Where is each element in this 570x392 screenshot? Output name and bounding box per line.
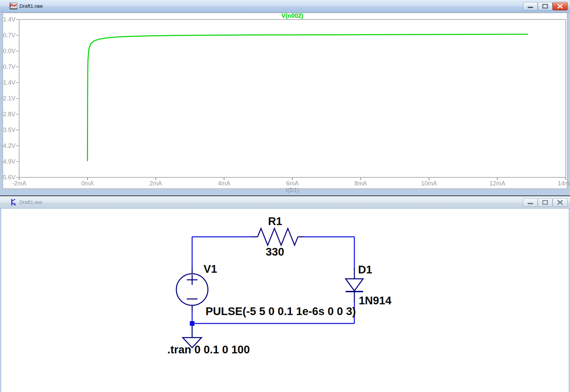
waveform-window: Draft1.raw V(n002) 1.4V0.7V0.0V-0.7V-1.4…: [0, 0, 570, 195]
minimize-button[interactable]: [523, 2, 538, 10]
waveform-app-icon: [9, 2, 17, 10]
close-button[interactable]: [553, 2, 568, 10]
source-value-label[interactable]: PULSE(-5 5 0 0.1 1e-6s 0 0 3): [206, 305, 356, 318]
window-separator: [0, 195, 570, 196]
resistor-symbol[interactable]: [251, 228, 304, 245]
plot-canvas[interactable]: [0, 0, 570, 195]
window-title: Draft1.raw: [19, 3, 43, 9]
maximize-button[interactable]: [538, 198, 553, 207]
resistor-ref-label[interactable]: R1: [268, 215, 282, 228]
spice-directive[interactable]: .tran 0 0.1 0 100: [167, 343, 250, 356]
schematic-titlebar[interactable]: Draft1.asc: [0, 196, 570, 209]
wire-junction-node[interactable]: [190, 321, 194, 326]
schematic-window: Draft1.asc: [0, 195, 570, 392]
minimize-button[interactable]: [523, 198, 538, 207]
diode-value-label[interactable]: 1N914: [359, 294, 391, 307]
close-button[interactable]: [553, 198, 568, 207]
diode-ref-label[interactable]: D1: [358, 263, 372, 276]
voltage-source-symbol[interactable]: [176, 268, 208, 311]
trace-vn002: [87, 34, 528, 161]
source-ref-label[interactable]: V1: [204, 263, 217, 275]
schematic-drawing: [0, 195, 570, 392]
resistor-value-label[interactable]: 330: [266, 246, 284, 258]
waveform-titlebar[interactable]: Draft1.raw: [0, 0, 570, 12]
schematic-app-icon: [9, 198, 17, 206]
maximize-button[interactable]: [538, 2, 553, 10]
axis-frame: [19, 19, 566, 177]
window-title: Draft1.asc: [19, 199, 42, 205]
